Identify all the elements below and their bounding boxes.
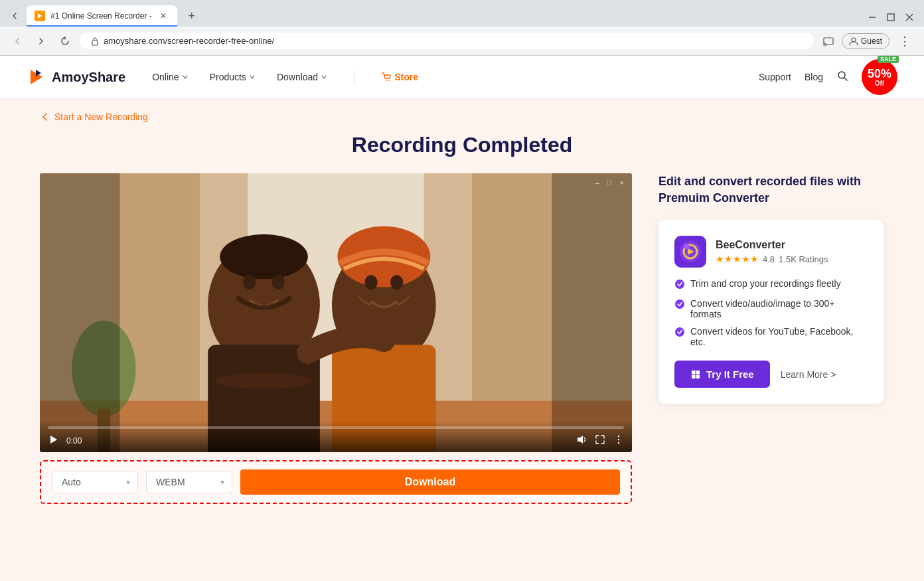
card-actions: Try It Free Learn More > bbox=[674, 361, 868, 388]
sale-off: Off bbox=[875, 80, 884, 87]
sale-tag: SALE bbox=[878, 56, 899, 63]
feature-text-1: Trim and crop your recordings fleetly bbox=[690, 278, 841, 289]
video-time: 0:00 bbox=[66, 436, 82, 446]
chevron-down-icon bbox=[182, 74, 189, 80]
side-panel: Edit and convert recorded files with Pre… bbox=[658, 173, 884, 568]
feature-list: Trim and crop your recordings fleetly Co… bbox=[674, 278, 868, 347]
address-icons: Guest ⋮ bbox=[819, 31, 916, 51]
logo-icon bbox=[27, 67, 46, 87]
quality-select[interactable]: Auto 720p 480p 360p bbox=[52, 471, 138, 493]
video-close-btn[interactable]: × bbox=[620, 179, 624, 187]
video-maximize-btn[interactable]: □ bbox=[607, 179, 612, 187]
forward-btn[interactable] bbox=[32, 32, 50, 50]
app-info: BeeConverter ★★★★★ 4.8 1.5K Ratings bbox=[716, 239, 828, 264]
check-icon-2 bbox=[674, 299, 685, 311]
nav-separator bbox=[354, 70, 354, 84]
controls-row: 0:00 bbox=[48, 434, 624, 447]
arrow-left-icon bbox=[40, 112, 50, 122]
chevron-down-icon bbox=[249, 74, 256, 80]
windows-icon bbox=[690, 369, 701, 380]
nav-blog[interactable]: Blog bbox=[805, 72, 823, 82]
video-progress-bar[interactable] bbox=[48, 426, 624, 429]
back-tab-btn[interactable] bbox=[5, 7, 24, 25]
nav-store[interactable]: Store bbox=[381, 72, 418, 82]
svg-rect-52 bbox=[696, 374, 700, 378]
converter-card: BeeConverter ★★★★★ 4.8 1.5K Ratings bbox=[658, 220, 884, 404]
download-button[interactable]: Download bbox=[240, 469, 620, 495]
svg-point-7 bbox=[852, 38, 856, 42]
back-link[interactable]: Start a New Recording bbox=[40, 112, 148, 122]
side-panel-title: Edit and convert recorded files with Pre… bbox=[658, 173, 884, 207]
tab-bar-left: #1 Online Screen Recorder - ✕ + bbox=[0, 5, 201, 27]
fullscreen-btn[interactable] bbox=[595, 434, 605, 447]
quality-select-wrap: Auto 720p 480p 360p ▼ bbox=[52, 471, 138, 493]
feature-item-2: Convert video/audio/image to 300+ format… bbox=[674, 298, 868, 319]
video-main-area[interactable] bbox=[40, 192, 632, 421]
address-bar: amoyshare.com/screen-recorder-free-onlin… bbox=[0, 27, 924, 56]
back-btn[interactable] bbox=[8, 32, 27, 50]
app-name: BeeConverter bbox=[716, 239, 828, 251]
svg-point-46 bbox=[675, 280, 684, 289]
feature-item-1: Trim and crop your recordings fleetly bbox=[674, 278, 868, 291]
app-icon bbox=[674, 236, 706, 268]
rating-score: 4.8 bbox=[763, 254, 775, 264]
download-bar: Auto 720p 480p 360p ▼ WEBM MP4 AVI bbox=[40, 460, 632, 504]
tab-close-btn[interactable]: ✕ bbox=[157, 10, 169, 22]
profile-btn[interactable]: Guest bbox=[842, 33, 889, 49]
video-section: – □ × bbox=[40, 173, 632, 568]
volume-btn[interactable] bbox=[576, 434, 587, 447]
address-text: amoyshare.com/screen-recorder-free-onlin… bbox=[104, 36, 274, 46]
svg-point-10 bbox=[386, 80, 387, 81]
site-nav: AmoyShare Online Products Download bbox=[0, 56, 924, 98]
browser-menu-btn[interactable]: ⋮ bbox=[893, 31, 916, 51]
play-btn[interactable] bbox=[48, 434, 58, 447]
svg-point-45 bbox=[684, 244, 689, 249]
svg-point-40 bbox=[618, 439, 619, 440]
nav-online[interactable]: Online bbox=[152, 72, 188, 82]
nav-support[interactable]: Support bbox=[759, 72, 791, 82]
nav-download[interactable]: Download bbox=[277, 72, 327, 82]
svg-point-47 bbox=[675, 299, 684, 309]
profile-icon bbox=[849, 37, 858, 46]
check-icon-3 bbox=[674, 327, 685, 339]
video-player[interactable]: – □ × bbox=[40, 173, 632, 452]
cart-icon bbox=[381, 72, 392, 82]
nav-search-btn[interactable] bbox=[836, 70, 848, 84]
browser-tab-bar: #1 Online Screen Recorder - ✕ + bbox=[0, 0, 924, 27]
tab-favicon bbox=[35, 11, 45, 21]
video-controls: 0:00 bbox=[40, 421, 632, 452]
feature-text-3: Convert videos for YouTube, Facebook, et… bbox=[690, 326, 868, 347]
check-icon-1 bbox=[674, 279, 685, 291]
card-header: BeeConverter ★★★★★ 4.8 1.5K Ratings bbox=[674, 236, 868, 268]
sale-badge[interactable]: SALE 50% Off bbox=[862, 59, 897, 95]
store-label: Store bbox=[394, 72, 418, 82]
content-row: – □ × bbox=[40, 173, 884, 568]
browser-frame: #1 Online Screen Recorder - ✕ + bbox=[0, 0, 924, 581]
video-top-bar: – □ × bbox=[40, 173, 632, 192]
svg-marker-37 bbox=[50, 436, 57, 444]
feature-item-3: Convert videos for YouTube, Facebook, et… bbox=[674, 326, 868, 347]
active-tab[interactable]: #1 Online Screen Recorder - ✕ bbox=[27, 5, 177, 27]
reload-btn[interactable] bbox=[56, 32, 74, 50]
svg-marker-0 bbox=[38, 13, 42, 19]
tab-title: #1 Online Screen Recorder - bbox=[50, 11, 152, 21]
nav-products[interactable]: Products bbox=[210, 72, 256, 82]
format-select[interactable]: WEBM MP4 AVI MOV bbox=[146, 471, 232, 493]
back-link-text: Start a New Recording bbox=[54, 112, 148, 122]
maximize-btn[interactable] bbox=[884, 11, 897, 24]
page-content: AmoyShare Online Products Download bbox=[0, 56, 924, 581]
cast-icon[interactable] bbox=[819, 32, 838, 50]
svg-point-41 bbox=[618, 442, 619, 444]
minimize-btn[interactable] bbox=[866, 11, 879, 24]
learn-more-link[interactable]: Learn More > bbox=[781, 369, 836, 380]
more-options-btn[interactable] bbox=[613, 434, 624, 447]
close-btn[interactable] bbox=[903, 11, 916, 24]
video-minimize-btn[interactable]: – bbox=[595, 179, 599, 187]
address-input-wrap[interactable]: amoyshare.com/screen-recorder-free-onlin… bbox=[80, 33, 814, 49]
try-it-free-btn[interactable]: Try It Free bbox=[674, 361, 770, 388]
rating-count: 1.5K Ratings bbox=[779, 254, 828, 264]
sale-percent: 50% bbox=[868, 68, 891, 80]
svg-point-11 bbox=[388, 80, 390, 81]
logo[interactable]: AmoyShare bbox=[27, 67, 125, 87]
new-tab-btn[interactable]: + bbox=[183, 7, 201, 25]
